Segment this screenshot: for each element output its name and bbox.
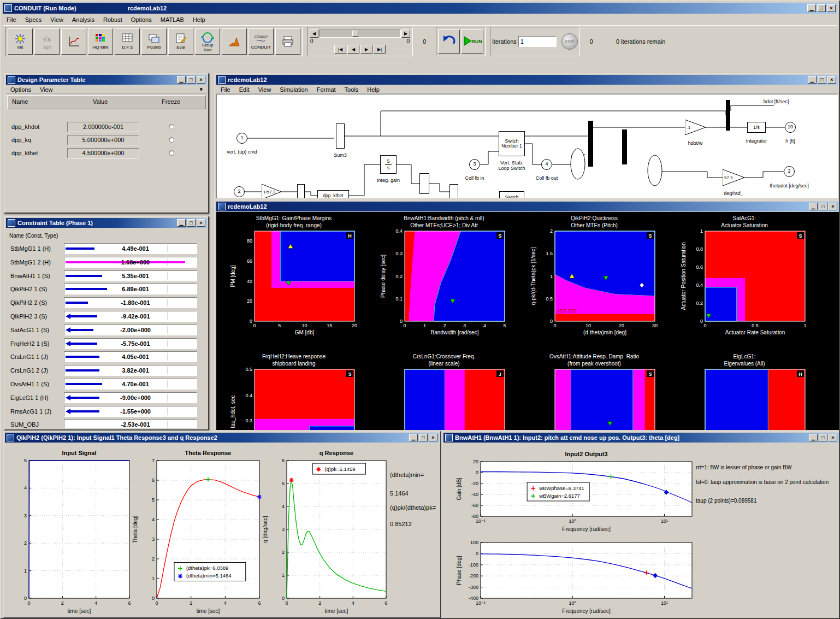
constraint-row[interactable]: QikPiH2 3 (S)-9.42e-001 <box>6 310 207 323</box>
qik-titlebar[interactable]: QikPiH2 (QikPiH2 1): Input Signal1 Theta… <box>5 433 439 443</box>
sim-mux-block[interactable] <box>726 100 730 131</box>
sim-port-10[interactable]: 10 <box>785 122 796 133</box>
close-button[interactable]: × <box>829 203 837 210</box>
toolbar-button-dfs[interactable]: D.F.'s <box>115 28 140 55</box>
menu-item-view[interactable]: View <box>50 16 63 23</box>
spec-panel-EigLcG1[interactable]: EigLcG1:Eigenvalues (All)H <box>671 353 818 430</box>
minimize-button[interactable]: ▁ <box>809 434 818 441</box>
undo-button[interactable] <box>438 30 460 54</box>
toolbar-button-conduit[interactable]: CONDUITCONDUIT <box>249 28 274 55</box>
minimize-button[interactable]: ▁ <box>409 434 418 441</box>
sim-block[interactable] <box>297 184 305 198</box>
sim-selector-block[interactable] <box>647 155 662 186</box>
slider-thumb[interactable] <box>352 31 358 37</box>
spec-panel-OvsAtH1[interactable]: OvsAtH1:Attitude Resp. Damp. Ratio(from … <box>521 353 667 430</box>
toolbar-button-eval[interactable]: Eval <box>168 28 193 55</box>
toolbar-button-init[interactable]: Init <box>8 28 33 55</box>
table-row[interactable]: dpp_khdot2.000000e-001 <box>6 121 207 133</box>
menu-item-options[interactable]: Options <box>131 16 152 23</box>
media-button-3[interactable]: ▶| <box>374 45 386 54</box>
sim-gain-block[interactable]: 57.3 <box>723 169 744 186</box>
constraint-titlebar[interactable]: Constraint Table (Phase 1) ▁□× <box>6 218 207 228</box>
constraint-row[interactable]: FrqHeH2 1 (S)-5.75e-001 <box>6 338 207 351</box>
media-button-2[interactable]: ▶ <box>360 45 372 54</box>
maximize-button[interactable]: □ <box>419 434 428 441</box>
slider-right-arrow[interactable]: ▶ <box>401 30 410 38</box>
stop-button[interactable]: STOP <box>561 33 578 50</box>
sim-block[interactable]: Switch Number 1 <box>499 131 525 156</box>
maximize-button[interactable]: □ <box>187 76 196 84</box>
maximize-button[interactable]: □ <box>817 4 826 12</box>
sim-block[interactable]: 1/s <box>747 122 766 133</box>
maximize-button[interactable]: □ <box>818 76 826 84</box>
freeze-radio[interactable] <box>169 137 174 143</box>
media-button-1[interactable]: ◀ <box>347 45 359 54</box>
menu-item-edit[interactable]: Edit <box>239 86 250 93</box>
sim-block[interactable]: Switch <box>499 191 524 198</box>
maximize-button[interactable]: □ <box>819 203 827 210</box>
close-button[interactable]: × <box>429 434 437 441</box>
sim-gain-block[interactable]: -1 <box>685 120 706 135</box>
slider-left-arrow[interactable]: ◀ <box>310 30 318 38</box>
maximize-button[interactable]: □ <box>187 219 196 227</box>
sim-block[interactable] <box>449 184 458 198</box>
table-row[interactable]: dpp_kq5.000000e+000 <box>6 134 207 146</box>
sim-mux-block[interactable] <box>588 121 593 167</box>
close-button[interactable]: × <box>827 76 836 84</box>
constraint-row[interactable]: QikPiH2 1 (S)6.89e-001 <box>6 283 207 296</box>
toolbar-button-setuprun[interactable]: SetupRun <box>195 28 220 55</box>
menu-item-matlab[interactable]: MATLAB <box>161 16 184 23</box>
toolbar-button-pcomb[interactable]: Pcomb <box>141 28 167 55</box>
spec-panel-StbMgG1[interactable]: StbMgG1: Gain/Phase Margins(rigid-body f… <box>221 215 367 337</box>
constraint-row[interactable]: EigLcG1 1 (H)-9.00e+000 <box>6 392 207 405</box>
spec-titlebar[interactable]: rcdemoLab12 ▁□× <box>216 202 839 211</box>
menu-item-view[interactable]: View <box>258 86 271 93</box>
close-button[interactable]: × <box>827 4 836 12</box>
constraint-row[interactable]: CrsLnG1 2 (J)3.82e-001 <box>6 364 207 378</box>
simulink-titlebar[interactable]: rcdemoLab12 ▁□× <box>216 75 838 85</box>
menu-item-robust[interactable]: Robust <box>103 16 122 23</box>
table-row[interactable]: dpp_kthet4.500000e+000 <box>6 148 207 160</box>
spec-panel-SatAcG1[interactable]: SatAcG1:Actuator Saturation00.5100.20.40… <box>671 215 818 337</box>
menu-item-simulation[interactable]: Simulation <box>280 86 307 93</box>
slider-track[interactable] <box>319 30 401 38</box>
sim-transfer-fcn-block[interactable]: 5s <box>380 155 397 174</box>
toolbar-button-print[interactable] <box>275 28 300 55</box>
simulink-canvas[interactable]: 1vert. (up) cmdSum321/57.3dpp_kthet5sInt… <box>216 94 838 198</box>
minimize-button[interactable]: ▁ <box>177 219 186 227</box>
menu-dropdown-arrow-icon[interactable]: ▾ <box>199 86 203 93</box>
toolbar-button-matlab[interactable] <box>222 28 247 55</box>
close-button[interactable]: × <box>197 219 205 227</box>
sim-selector-block[interactable] <box>570 148 585 180</box>
close-button[interactable]: × <box>197 76 205 84</box>
sim-port-1[interactable]: 1 <box>236 133 247 144</box>
minimize-button[interactable]: ▁ <box>807 4 816 12</box>
constraint-row[interactable]: StbMgG1 2 (H)1.68e+000 <box>6 256 207 269</box>
toolbar-button-hqmin[interactable]: HQ MIN <box>88 28 113 55</box>
spec-panel-BnwAtH1[interactable]: BnwAtH1:Bandwidth (pitch & roll)Other MT… <box>371 215 517 337</box>
sim-port-2[interactable]: 2 <box>784 166 795 177</box>
close-button[interactable]: × <box>829 434 837 441</box>
sim-mux-block[interactable] <box>622 129 627 164</box>
menu-item-help[interactable]: Help <box>193 16 205 23</box>
freeze-radio[interactable] <box>169 124 174 129</box>
minimize-button[interactable]: ▁ <box>808 76 817 84</box>
constraint-row[interactable]: OvsAtH1 1 (S)4.70e-001 <box>6 378 207 391</box>
run-button[interactable]: RUN <box>462 30 483 54</box>
minimize-button[interactable]: ▁ <box>177 76 186 84</box>
sim-port-2[interactable]: 2 <box>234 186 245 197</box>
constraint-row[interactable]: SatAcG1 1 (S)-2.00e+000 <box>6 324 207 337</box>
constraint-row[interactable]: CrsLnG1 1 (J)4.05e-001 <box>6 351 207 364</box>
menu-item-options[interactable]: Options <box>10 86 31 93</box>
menu-item-help[interactable]: Help <box>367 86 380 93</box>
sim-port-3[interactable]: 3 <box>469 159 480 170</box>
spec-panel-FrqHeH2[interactable]: FrqHeH2:Heave responseshipboard landing0… <box>221 353 367 430</box>
bnw-titlebar[interactable]: BnwAtH1 (BnwAtH1 1): Input2: pitch att c… <box>443 433 839 443</box>
menu-item-file[interactable]: File <box>221 86 230 93</box>
menu-item-view[interactable]: View <box>40 86 53 93</box>
constraint-row[interactable]: StbMgG1 1 (H)4.49e-001 <box>6 243 207 256</box>
minimize-button[interactable]: ▁ <box>809 203 818 210</box>
main-titlebar[interactable]: CONDUIT (Run Mode) rcdemoLab12 ▁□× <box>3 3 837 14</box>
media-button-0[interactable]: |◀ <box>334 45 346 54</box>
sim-gain-block[interactable]: 1/57.3 <box>262 184 281 198</box>
